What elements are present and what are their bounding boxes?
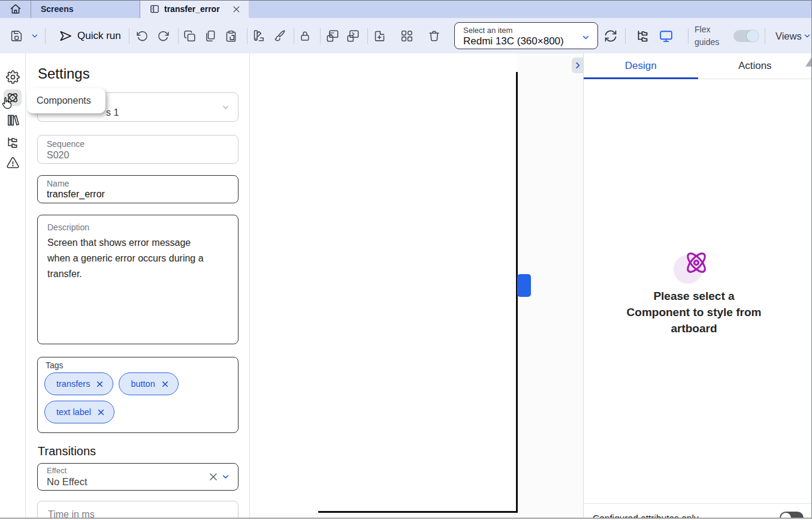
canvas[interactable] <box>250 53 583 520</box>
design-panel: Design Actions Please select a Component… <box>583 53 812 520</box>
quick-run-label-wrap[interactable]: Quick run <box>77 30 121 42</box>
layers-tree-button[interactable] <box>636 29 650 43</box>
preview-monitor-button[interactable] <box>659 28 674 43</box>
brush-button[interactable] <box>273 29 286 43</box>
top-tab-bar: Screens transfer_error <box>0 0 812 18</box>
tab-screens-label: Screens <box>41 4 73 14</box>
copy-style-button[interactable] <box>326 29 339 43</box>
warning-icon <box>6 156 20 170</box>
tab-transfer-error[interactable]: transfer_error <box>140 0 249 18</box>
views-button[interactable]: Views <box>775 30 802 41</box>
brush-icon <box>273 29 286 43</box>
remove-tag-icon[interactable] <box>96 380 104 388</box>
description-label: Description <box>47 223 89 232</box>
components-grid-button[interactable] <box>400 29 413 43</box>
undo-icon <box>136 29 149 42</box>
chevron-down-icon <box>803 32 811 40</box>
empty-state-message: Please select a Component to style from … <box>584 288 804 336</box>
name-field[interactable]: Name transfer_error <box>37 175 239 203</box>
tags-label: Tags <box>46 360 64 370</box>
component-atom-icon <box>681 248 711 278</box>
collapse-panel-button[interactable] <box>572 58 583 73</box>
home-icon <box>10 3 22 15</box>
rail-library-button[interactable] <box>4 112 22 128</box>
lock-button[interactable] <box>299 30 311 42</box>
main-area: Settings s 1 Sequence S020 Name transfer… <box>0 53 812 520</box>
tag-chip[interactable]: transfers <box>44 372 113 395</box>
tag-chip[interactable]: text label <box>44 401 114 423</box>
effect-label: Effect <box>47 466 67 475</box>
effect-value: No Effect <box>47 476 87 488</box>
sync-button[interactable] <box>603 29 618 43</box>
tab-design[interactable]: Design <box>584 53 698 79</box>
description-field[interactable]: Description Screen that shows error mess… <box>37 215 239 344</box>
artboard-resize-handle[interactable] <box>517 274 531 297</box>
sync-icon <box>603 29 618 43</box>
library-icon <box>6 113 20 127</box>
paste-button[interactable] <box>225 29 237 42</box>
sequence-field[interactable]: Sequence S020 <box>37 135 239 164</box>
tags-chips: transfers button text label <box>44 372 230 423</box>
effect-select[interactable]: Effect No Effect <box>37 463 239 491</box>
undo-button[interactable] <box>136 29 149 42</box>
chevron-down-icon <box>221 473 230 482</box>
design-panel-tabs: Design Actions <box>584 53 812 79</box>
redo-icon <box>157 29 170 42</box>
save-button[interactable] <box>10 29 23 42</box>
tree-icon <box>636 29 650 43</box>
run-icon <box>59 29 73 43</box>
copy-style-icon <box>326 29 339 43</box>
gear-icon <box>6 70 20 84</box>
toggle-knob <box>747 30 759 42</box>
delete-button[interactable] <box>428 29 440 42</box>
components-tooltip: Components <box>27 88 105 113</box>
theme-button[interactable] <box>252 29 265 43</box>
clear-effect-icon[interactable] <box>209 472 218 482</box>
rail-settings-button[interactable] <box>4 68 22 85</box>
sequence-label: Sequence <box>47 139 84 149</box>
artboard[interactable] <box>250 53 517 513</box>
views-chevron[interactable] <box>803 32 811 40</box>
copy-button[interactable] <box>183 29 196 42</box>
grid-icon <box>400 29 413 43</box>
left-rail <box>0 53 26 520</box>
paste-style-button[interactable] <box>346 29 360 43</box>
save-icon <box>10 29 23 42</box>
scrollbar-corner <box>805 58 811 67</box>
flex-guides-label: Flexguides <box>695 23 719 49</box>
duplicate-icon <box>204 29 217 42</box>
duplicate-button[interactable] <box>204 29 217 42</box>
rail-warnings-button[interactable] <box>4 154 22 171</box>
save-options-button[interactable] <box>31 32 39 40</box>
quick-run-label: Quick run <box>77 30 121 42</box>
redo-button[interactable] <box>157 29 170 42</box>
chevron-down-icon <box>31 32 39 40</box>
mouse-cursor <box>1 96 14 110</box>
chevron-down-icon <box>221 103 230 112</box>
footer-divider <box>584 503 812 504</box>
device-select-label: Select an item <box>463 26 589 35</box>
tags-field[interactable]: Tags transfers button text label <box>37 357 239 433</box>
tab-screens[interactable]: Screens <box>31 0 140 18</box>
name-value: transfer_error <box>47 189 105 200</box>
tag-chip[interactable]: button <box>119 372 178 395</box>
add-frame-button[interactable] <box>373 29 386 42</box>
rail-tree-button[interactable] <box>4 134 22 151</box>
remove-tag-icon[interactable] <box>161 380 169 388</box>
remove-tag-icon[interactable] <box>97 408 105 416</box>
add-frame-icon <box>373 29 386 42</box>
close-tab-icon[interactable] <box>232 5 241 14</box>
tab-actions[interactable]: Actions <box>698 53 812 79</box>
quick-run-button[interactable] <box>59 29 73 43</box>
artboard-bottom-border <box>318 511 518 513</box>
lock-icon <box>299 30 311 42</box>
monitor-icon <box>659 28 674 43</box>
device-select[interactable]: Select an item Redmi 13C (360×800) <box>454 22 598 49</box>
settings-panel: Settings s 1 Sequence S020 Name transfer… <box>26 53 250 520</box>
flex-guides-toggle[interactable] <box>733 30 759 42</box>
device-select-value: Redmi 13C (360×800) <box>463 35 589 47</box>
transitions-title: Transitions <box>38 444 96 458</box>
home-button[interactable] <box>0 0 31 18</box>
paste-style-icon <box>346 29 360 43</box>
active-tab-underline <box>584 77 698 79</box>
